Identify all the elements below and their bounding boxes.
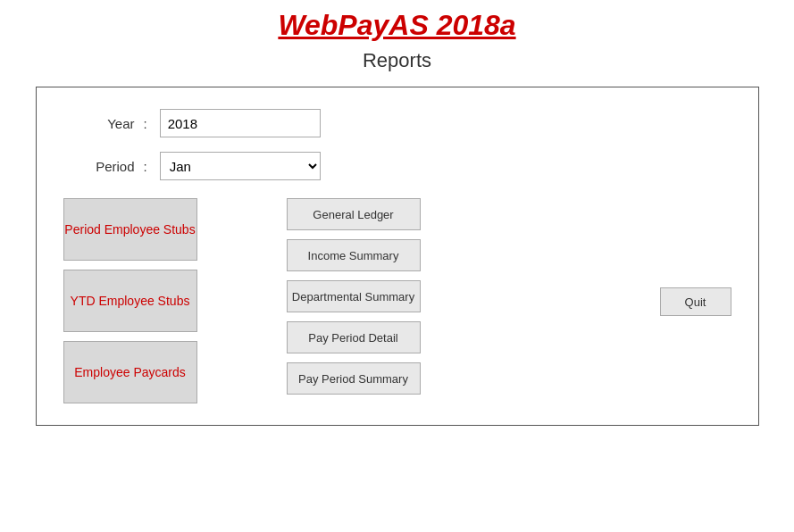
- left-buttons-group: Period Employee Stubs YTD Employee Stubs…: [63, 198, 197, 403]
- right-buttons-row: General Ledger Income Summary Department…: [287, 198, 731, 395]
- right-buttons-group: General Ledger Income Summary Department…: [287, 198, 606, 395]
- period-colon: :: [144, 159, 147, 174]
- income-summary-button[interactable]: Income Summary: [287, 239, 421, 271]
- period-select[interactable]: Jan Feb Mar Apr May Jun Jul Aug Sep Oct …: [160, 152, 321, 180]
- page-title: Reports: [363, 49, 431, 72]
- pay-period-summary-button[interactable]: Pay Period Summary: [287, 362, 421, 395]
- main-content-box: Year : Period : Jan Feb Mar Apr May Jun …: [36, 87, 759, 426]
- year-row: Year :: [63, 109, 731, 137]
- year-label: Year: [63, 116, 135, 131]
- buttons-area: Period Employee Stubs YTD Employee Stubs…: [63, 198, 731, 403]
- year-input[interactable]: [160, 109, 321, 137]
- period-employee-stubs-button[interactable]: Period Employee Stubs: [63, 198, 197, 261]
- quit-area: Quit: [606, 198, 731, 316]
- ytd-employee-stubs-button[interactable]: YTD Employee Stubs: [63, 270, 197, 332]
- year-colon: :: [144, 116, 147, 131]
- pay-period-detail-button[interactable]: Pay Period Detail: [287, 321, 421, 353]
- employee-paycards-button[interactable]: Employee Paycards: [63, 341, 197, 403]
- period-row: Period : Jan Feb Mar Apr May Jun Jul Aug…: [63, 152, 731, 180]
- period-label: Period: [63, 159, 135, 174]
- general-ledger-button[interactable]: General Ledger: [287, 198, 421, 230]
- departmental-summary-button[interactable]: Departmental Summary: [287, 280, 421, 312]
- quit-button[interactable]: Quit: [660, 287, 731, 316]
- app-title: WebPayAS 2018a: [278, 9, 515, 42]
